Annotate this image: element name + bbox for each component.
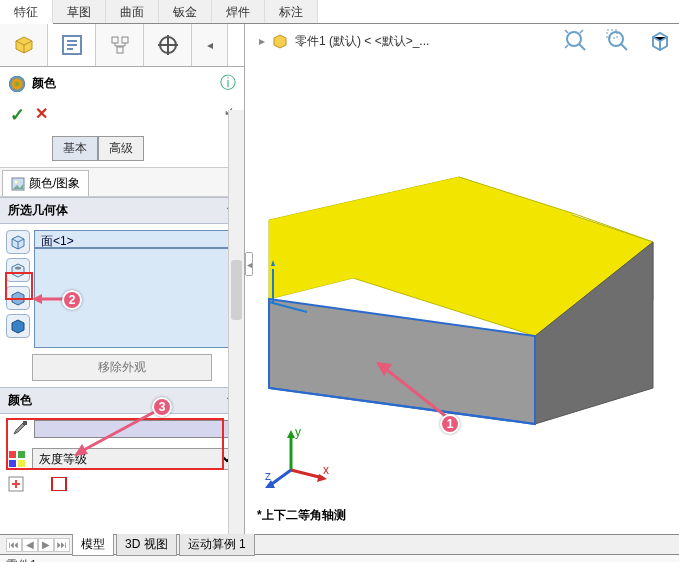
swatch-row-icon[interactable] [30, 477, 70, 491]
panel-title: 颜色 [32, 75, 56, 92]
tab-next[interactable]: ▶ [38, 538, 54, 552]
manager-tabs: ◂ [0, 24, 244, 67]
part-outline-icon [9, 317, 27, 335]
view-orient-icon[interactable] [647, 28, 673, 54]
annotation-2: 2 [62, 290, 82, 310]
svg-rect-6 [117, 47, 123, 53]
svg-point-26 [609, 32, 623, 46]
ok-button[interactable]: ✓ [10, 104, 25, 126]
selection-list-item[interactable]: 面<1> [34, 230, 238, 248]
part-icon [10, 31, 38, 59]
image-icon [11, 177, 25, 191]
svg-rect-16 [9, 451, 16, 458]
model-tab-motion[interactable]: 运动算例 1 [179, 533, 255, 556]
model-tab-3dview[interactable]: 3D 视图 [116, 533, 177, 556]
tab-sketch[interactable]: 草图 [53, 0, 106, 23]
svg-rect-23 [52, 477, 66, 491]
tab-sheetmetal[interactable]: 钣金 [159, 0, 212, 23]
palette-icon[interactable] [8, 450, 26, 468]
part-node-icon [271, 32, 289, 50]
annotation-3: 3 [152, 397, 172, 417]
svg-text:x: x [323, 463, 329, 477]
target-icon [156, 33, 180, 57]
svg-rect-15 [23, 421, 27, 425]
svg-text:y: y [295, 425, 301, 439]
svg-point-24 [567, 32, 581, 46]
section-title-color: 颜色 [8, 392, 32, 409]
annotation-1: 1 [440, 414, 460, 434]
tab-last[interactable]: ⏭ [54, 538, 70, 552]
svg-rect-19 [18, 460, 25, 467]
command-tabs: 特征 草图 曲面 钣金 焊件 标注 [0, 0, 679, 24]
body-icon [9, 289, 27, 307]
dimxpert-tab[interactable] [144, 24, 192, 66]
svg-rect-17 [18, 451, 25, 458]
basic-mode-button[interactable]: 基本 [52, 136, 98, 161]
tree-expand-icon[interactable]: ▸ [259, 34, 265, 48]
eyedropper-icon[interactable] [10, 420, 28, 438]
zoom-area-icon[interactable] [605, 28, 631, 54]
filter-face-button[interactable] [6, 230, 30, 254]
advanced-mode-button[interactable]: 高级 [98, 136, 144, 161]
color-image-tab[interactable]: 颜色/图象 [2, 170, 89, 196]
svg-text:z: z [265, 469, 271, 483]
property-manager: ◂ 颜色 ⓘ ✓ ✕ ↙ 基本 高级 颜色/图象 所选几何体 ⌃ [0, 24, 245, 534]
filter-part-button[interactable] [6, 314, 30, 338]
svg-marker-43 [287, 430, 295, 438]
appearance-icon [8, 75, 26, 93]
tree-icon [108, 33, 132, 57]
model-tab-model[interactable]: 模型 [72, 533, 114, 556]
property-icon [60, 33, 84, 57]
subtab-label: 颜色/图象 [29, 175, 80, 192]
add-swatch-icon[interactable] [8, 476, 24, 492]
tab-first[interactable]: ⏮ [6, 538, 22, 552]
svg-line-44 [291, 470, 323, 478]
config-manager-tab[interactable] [96, 24, 144, 66]
tab-weldment[interactable]: 焊件 [212, 0, 265, 23]
svg-rect-4 [112, 37, 118, 43]
tab-annotation[interactable]: 标注 [265, 0, 318, 23]
feature-hole-icon [9, 261, 27, 279]
tab-prev[interactable]: ◀ [22, 538, 38, 552]
svg-rect-5 [122, 37, 128, 43]
svg-line-25 [579, 44, 585, 50]
section-header-geometry[interactable]: 所选几何体 ⌃ [0, 197, 244, 224]
feature-manager-tab[interactable] [0, 24, 48, 66]
svg-point-11 [9, 76, 25, 92]
part-node-label[interactable]: 零件1 (默认) < <默认>_... [295, 33, 429, 50]
zoom-fit-icon[interactable] [563, 28, 589, 54]
more-managers[interactable]: ◂ [192, 24, 228, 66]
svg-rect-18 [9, 460, 16, 467]
panel-scrollbar[interactable] [228, 110, 244, 534]
graphics-view[interactable]: ▸ 零件1 (默认) < <默认>_... [245, 24, 679, 534]
svg-line-27 [621, 44, 627, 50]
help-icon[interactable]: ⓘ [220, 73, 236, 94]
svg-point-14 [15, 267, 21, 270]
model-view-tabs: ⏮ ◀ ▶ ⏭ 模型 3D 视图 运动算例 1 [0, 534, 679, 554]
view-orientation-label: *上下二等角轴测 [257, 507, 346, 524]
cube-face-icon [9, 233, 27, 251]
cancel-button[interactable]: ✕ [35, 104, 48, 126]
section-title-geometry: 所选几何体 [8, 202, 68, 219]
tab-feature[interactable]: 特征 [0, 0, 53, 24]
section-header-color[interactable]: 颜色 ⌃ [0, 387, 244, 414]
filter-body-button[interactable] [6, 286, 30, 310]
svg-point-13 [15, 180, 18, 183]
color-scheme-select[interactable]: 灰度等级 [32, 448, 236, 470]
filter-feature-button[interactable] [6, 258, 30, 282]
color-swatch[interactable] [34, 420, 234, 438]
remove-appearance-button[interactable]: 移除外观 [32, 354, 212, 381]
view-triad[interactable]: y x z [263, 424, 333, 494]
property-manager-tab[interactable] [48, 24, 96, 66]
splitter-handle[interactable]: ◂ [245, 252, 253, 276]
tab-surface[interactable]: 曲面 [106, 0, 159, 23]
